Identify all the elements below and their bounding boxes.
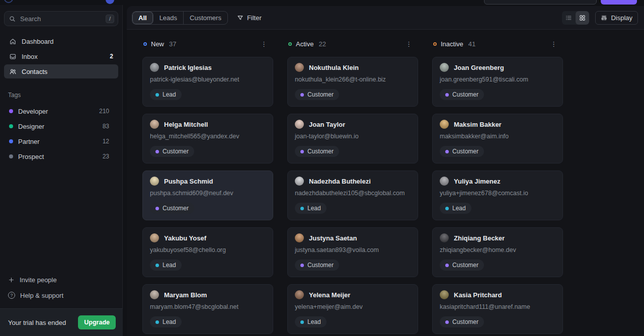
help-support-button[interactable]: ? Help & support <box>0 290 123 301</box>
tab-all[interactable]: All <box>132 12 153 24</box>
tag-badge: Lead <box>295 316 327 327</box>
tag-dot <box>155 207 159 210</box>
invite-people-label: Invite people <box>20 276 57 284</box>
tag-dot <box>155 93 159 97</box>
tag-badge: Customer <box>295 89 339 100</box>
header-primary-button[interactable] <box>601 0 637 5</box>
column-title: Inactive <box>441 40 463 48</box>
contact-email: yuliya+jimenez678@comcast.io <box>440 190 555 197</box>
tab-customers[interactable]: Customers <box>184 12 227 24</box>
contact-avatar <box>150 233 159 242</box>
contact-avatar <box>440 177 449 186</box>
tag-badge: Lead <box>150 316 182 327</box>
contact-card[interactable]: Maryam Blom maryam.blom47@sbcglobal.net … <box>142 284 273 334</box>
contact-card[interactable]: Maksim Bakker maksimbakker@aim.info Cust… <box>432 114 563 163</box>
tab-leads[interactable]: Leads <box>153 12 184 24</box>
tag-dot <box>155 150 159 153</box>
contact-card[interactable]: Joan Greenberg joan.greenberg591@tiscali… <box>432 57 563 107</box>
tag-color-dot <box>9 109 13 113</box>
contact-card[interactable]: Pushpa Schmid pushpa.schmid609@neuf.dev … <box>142 171 273 220</box>
sidebar-item-label: Contacts <box>22 68 47 75</box>
filter-label: Filter <box>247 14 262 22</box>
column-title: Active <box>296 40 313 48</box>
contact-name: Helga Mitchell <box>164 121 208 128</box>
contact-card[interactable]: Yuliya Jimenez yuliya+jimenez678@comcast… <box>432 171 563 220</box>
inbox-count-badge: 2 <box>110 53 113 60</box>
column-count: 37 <box>169 40 176 48</box>
contacts-icon <box>9 68 17 75</box>
column-menu-icon[interactable]: ⋮ <box>261 41 267 47</box>
inbox-icon <box>9 53 17 60</box>
tag-badge: Lead <box>150 260 182 271</box>
tag-dot <box>445 150 449 153</box>
sidebar: Search / Dashboard Inbox 2 <box>0 5 123 336</box>
display-button[interactable]: Display <box>595 11 638 25</box>
sliders-icon <box>601 15 607 21</box>
sidebar-tag-designer[interactable]: Designer 83 <box>0 119 122 134</box>
sidebar-item-dashboard[interactable]: Dashboard <box>4 34 118 48</box>
tag-label: Lead <box>163 318 176 325</box>
contact-card[interactable]: Nadezhda Buthelezi nadezhdabuthelezi105@… <box>287 171 418 220</box>
contact-email: joan-taylor@bluewin.io <box>295 133 411 140</box>
contact-card[interactable]: Yakubu Yosef yakubuyosef58@chello.org Le… <box>142 227 273 277</box>
user-avatar[interactable] <box>106 0 114 4</box>
sidebar-item-label: Inbox <box>22 53 38 60</box>
contact-avatar <box>295 233 304 242</box>
filter-button[interactable]: Filter <box>237 14 262 22</box>
search-placeholder: Search <box>20 15 101 23</box>
app-header <box>0 0 644 5</box>
sidebar-tag-developer[interactable]: Developer 210 <box>0 104 122 119</box>
invite-people-button[interactable]: Invite people <box>0 274 123 285</box>
app-logo <box>4 0 13 3</box>
contact-card[interactable]: Nokuthula Klein nokuthula_klein266@t-onl… <box>287 57 418 107</box>
sidebar-item-inbox[interactable]: Inbox 2 <box>4 49 118 63</box>
tag-color-dot <box>9 139 13 143</box>
contact-email: helga_mitchell565@yandex.dev <box>150 133 266 140</box>
contact-avatar <box>440 233 449 242</box>
contact-card[interactable]: Kasia Pritchard kasiapritchard111@unaref… <box>432 284 563 334</box>
header-input[interactable] <box>484 0 597 5</box>
list-view-button[interactable] <box>562 11 576 25</box>
tag-label: Customer <box>452 262 478 269</box>
contact-email: maryam.blom47@sbcglobal.net <box>150 303 266 310</box>
column-new: New 37 ⋮ Patrick Iglesias patrick-iglesi… <box>142 39 273 336</box>
tag-label: Developer <box>18 108 48 115</box>
contact-email: yelena+meijer@aim.dev <box>295 303 411 310</box>
column-menu-icon[interactable]: ⋮ <box>550 41 557 47</box>
tag-label: Customer <box>163 205 189 212</box>
contact-avatar <box>295 177 304 186</box>
tag-count: 23 <box>103 153 109 160</box>
trial-text: Your trial has ended <box>8 319 66 326</box>
contact-name: Yakubu Yosef <box>164 234 206 242</box>
tag-dot <box>445 264 449 267</box>
tag-dot <box>155 320 159 324</box>
column-active: Active 22 ⋮ Nokuthula Klein nokuthula_kl… <box>287 39 418 336</box>
contact-name: Maryam Blom <box>164 291 207 299</box>
contact-card[interactable]: Zhiqiang Becker zhiqiangbecker@home.dev … <box>432 227 563 277</box>
tag-label: Lead <box>307 318 321 325</box>
status-dot <box>288 42 292 46</box>
sidebar-item-contacts[interactable]: Contacts <box>4 64 118 78</box>
tag-badge: Customer <box>440 316 484 327</box>
tag-badge: Lead <box>295 203 327 214</box>
contacts-board: New 37 ⋮ Patrick Iglesias patrick-iglesi… <box>127 30 644 336</box>
sidebar-tag-partner[interactable]: Partner 12 <box>0 134 122 149</box>
contact-name: Pushpa Schmid <box>164 178 213 185</box>
board-view-button[interactable] <box>576 11 589 25</box>
column-header: New 37 ⋮ <box>142 39 273 49</box>
column-menu-icon[interactable]: ⋮ <box>406 41 412 47</box>
tag-label: Lead <box>163 262 176 269</box>
contact-name: Patrick Iglesias <box>164 64 212 71</box>
sidebar-tag-prospect[interactable]: Prospect 23 <box>0 149 122 164</box>
contact-card[interactable]: Helga Mitchell helga_mitchell565@yandex.… <box>142 114 273 163</box>
contact-card[interactable]: Patrick Iglesias patrick-iglesias@blueyo… <box>142 57 273 107</box>
tag-dot <box>445 207 449 210</box>
search-input[interactable]: Search / <box>4 11 118 26</box>
upgrade-button[interactable]: Upgrade <box>78 315 116 329</box>
tag-color-dot <box>9 124 13 128</box>
contact-card[interactable]: Yelena Meijer yelena+meijer@aim.dev Lead <box>287 284 418 334</box>
tag-dot <box>445 93 449 97</box>
help-support-label: Help & support <box>20 292 63 299</box>
contact-card[interactable]: Justyna Saetan justyna.saetan893@voila.c… <box>287 227 418 277</box>
contact-card[interactable]: Joan Taylor joan-taylor@bluewin.io Custo… <box>287 114 418 163</box>
